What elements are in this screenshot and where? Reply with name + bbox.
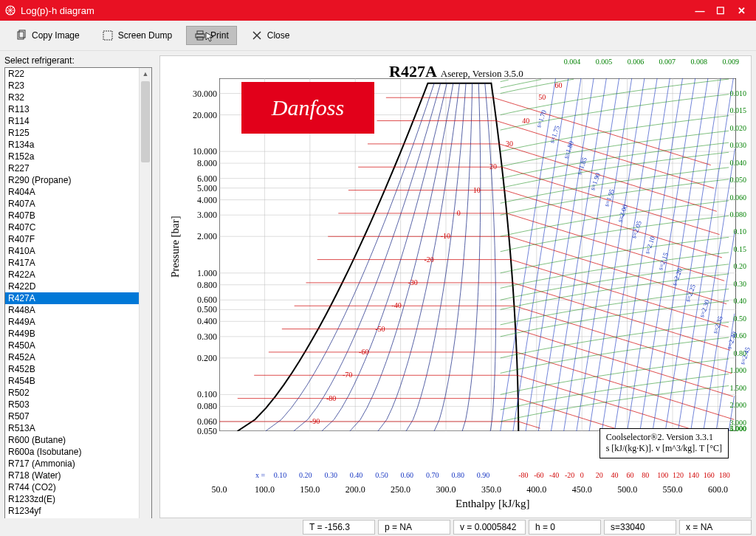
y-tick: 0.060 [186,416,217,427]
list-item[interactable]: R23 [5,80,139,92]
volume-label: 0.20 [734,262,747,270]
list-item[interactable]: R134a [5,139,139,151]
y-tick: 2.000 [186,231,217,242]
volume-label-top: 0.007 [659,58,676,66]
volume-label: 0.10 [734,227,747,236]
scroll-up-icon[interactable]: ▲ [140,68,151,80]
list-item[interactable]: R32 [5,92,139,103]
list-item[interactable]: R513A [5,422,139,434]
list-item[interactable]: R114 [5,115,139,127]
isotherm-tick: 0 [580,471,584,479]
y-tick: 5.000 [186,183,217,194]
list-item[interactable]: R600 (Butane) [5,434,139,446]
list-item[interactable]: R503 [5,399,139,410]
volume-label-top: 0.005 [596,58,613,66]
print-button[interactable]: Print [186,26,237,45]
list-item[interactable]: R450A [5,340,139,351]
refrigerant-list[interactable]: R22R23R32R113R114R125R134aR152aR227R290 … [5,68,139,518]
dome-temp-label: -20 [425,255,434,264]
list-item[interactable]: R600a (Isobutane) [5,446,139,458]
dome-temp-label: 50 [538,93,546,101]
close-button[interactable]: Close [243,26,298,45]
volume-label-top: 0.004 [564,58,581,66]
quality-tick: 0.50 [375,471,388,479]
list-item[interactable]: R404A [5,186,139,198]
list-item[interactable]: R410A [5,245,139,257]
dome-temp-label: -60 [359,348,368,356]
y-tick: 0.050 [186,426,217,437]
list-item[interactable]: R22 [5,68,139,80]
list-item[interactable]: R227 [5,162,139,174]
maximize-button[interactable]: ☐ [710,5,731,16]
statusbar: T = -156.3 p = NA v = 0.0005842 h = 0 s=… [0,518,756,536]
volume-label-top: 0.008 [691,58,708,66]
status-t: T = -156.3 [303,520,375,535]
screen-dump-button[interactable]: Screen Dump [94,26,180,45]
list-item[interactable]: R449A [5,316,139,328]
volume-label: 0.30 [734,280,747,288]
x-tick: 250.0 [386,484,416,495]
volume-label: 1.000 [730,366,747,374]
svg-rect-3 [103,31,112,40]
x-tick: 400.0 [522,484,551,495]
x-tick: 550.0 [658,484,687,495]
list-item[interactable]: R502 [5,387,139,399]
list-item[interactable]: R718 (Water) [5,470,139,481]
scroll-thumb[interactable] [141,81,150,162]
list-item[interactable]: R448A [5,304,139,316]
dome-temp-label: -80 [326,394,336,402]
legend-box: Coolselector®2. Version 3.3.1 s [kJ/(kg·… [599,428,729,458]
list-item[interactable]: R452B [5,363,139,375]
copy-image-button[interactable]: Copy Image [7,26,88,45]
list-item[interactable]: R407C [5,221,139,233]
dome-temp-label: -40 [391,301,401,309]
danfoss-logo: Danfoss [241,82,374,134]
y-tick: 0.080 [186,401,217,412]
list-item[interactable]: R1234ze(E) [5,517,139,518]
list-item[interactable]: R744 (CO2) [5,481,139,493]
list-item[interactable]: R452A [5,351,139,363]
list-item[interactable]: R290 (Propane) [5,174,139,186]
list-item[interactable]: R422D [5,281,139,292]
y-tick: 30.000 [186,89,217,100]
cursor-icon [205,31,216,43]
list-item[interactable]: R407B [5,210,139,221]
dome-temp-label: 10 [473,186,481,194]
list-item[interactable]: R454B [5,375,139,387]
minimize-button[interactable]: ― [690,5,710,16]
volume-label: 0.040 [730,159,747,167]
dome-temp-label: 30 [506,140,513,148]
volume-label: 0.010 [730,89,747,97]
list-item[interactable]: R449B [5,328,139,340]
isotherm-tick: 60 [626,471,633,479]
list-item[interactable]: R417A [5,257,139,269]
isotherm-tick: 160 [704,471,715,479]
list-item[interactable]: R427A [5,292,139,304]
scroll-down-icon[interactable]: ▼ [140,517,151,518]
dome-temp-label: 0 [457,209,461,217]
list-item[interactable]: R407A [5,198,139,210]
y-tick: 0.200 [186,353,217,364]
list-item[interactable]: R717 (Ammonia) [5,458,139,470]
refrigerant-label: Select refrigerant: [4,55,152,66]
isotherm-tick: -40 [549,471,559,479]
list-item[interactable]: R507 [5,410,139,422]
close-window-button[interactable]: ✕ [731,5,752,16]
status-v: v = 0.0005842 [453,520,526,535]
list-item[interactable]: R1234yf [5,505,139,517]
list-item[interactable]: R1233zd(E) [5,493,139,505]
x-tick: 50.0 [205,484,234,495]
list-item[interactable]: R152a [5,151,139,162]
x-tick: 200.0 [340,484,370,495]
scrollbar[interactable]: ▲ ▼ [139,68,151,518]
selection-icon [102,30,114,41]
list-item[interactable]: R407F [5,233,139,245]
y-tick: 10.000 [186,146,217,157]
list-item[interactable]: R422A [5,269,139,281]
list-item[interactable]: R113 [5,103,139,115]
list-item[interactable]: R125 [5,127,139,139]
volume-label: 0.030 [730,141,747,149]
volume-label: 0.060 [730,193,747,202]
isotherm-tick: 120 [673,471,684,479]
status-s: s=33040 [604,520,676,535]
